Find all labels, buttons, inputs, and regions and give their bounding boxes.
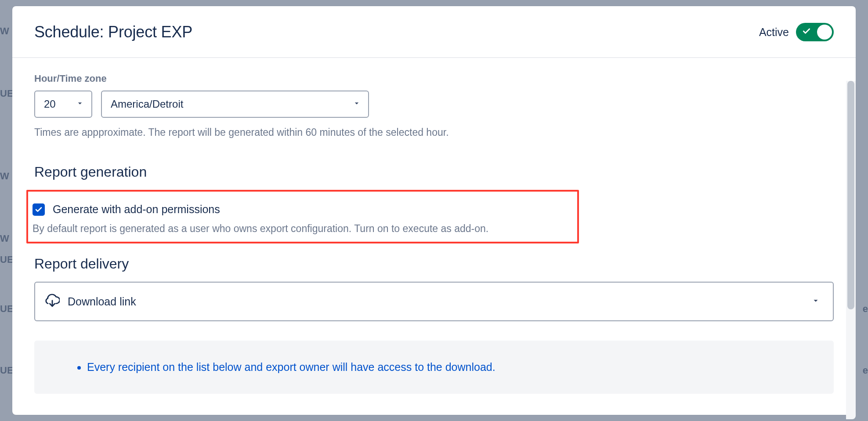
bg-fragment: W bbox=[0, 25, 9, 37]
bg-fragment: UE bbox=[0, 303, 14, 315]
timezone-helper: Times are appproximate. The report will … bbox=[34, 127, 834, 138]
report-generation-heading: Report generation bbox=[34, 164, 834, 180]
chevron-down-icon bbox=[811, 296, 821, 307]
active-toggle[interactable] bbox=[796, 23, 834, 41]
addon-permissions-helper: By default report is generated as a user… bbox=[33, 223, 573, 235]
chevron-down-icon bbox=[76, 99, 84, 109]
check-icon bbox=[35, 206, 43, 214]
bg-fragment: W bbox=[0, 171, 9, 182]
bg-fragment: e bbox=[863, 303, 868, 315]
hour-select[interactable]: 20 bbox=[34, 91, 92, 118]
report-delivery-heading: Report delivery bbox=[34, 256, 834, 272]
hour-value: 20 bbox=[44, 98, 56, 110]
bg-fragment: W bbox=[0, 233, 9, 244]
scrollbar[interactable] bbox=[846, 81, 856, 419]
addon-permissions-checkbox[interactable] bbox=[33, 203, 45, 216]
check-icon bbox=[802, 27, 811, 37]
timezone-value: America/Detroit bbox=[111, 98, 183, 110]
bg-fragment: e bbox=[863, 365, 868, 376]
hour-timezone-label: Hour/Time zone bbox=[34, 73, 834, 84]
schedule-dialog: Schedule: Project EXP Active Hour/Time z… bbox=[12, 6, 856, 415]
bg-fragment: UE bbox=[0, 254, 14, 265]
dialog-body: Hour/Time zone 20 America/Detroit Times … bbox=[12, 58, 856, 415]
active-toggle-group: Active bbox=[759, 23, 834, 41]
scrollbar-thumb[interactable] bbox=[847, 81, 854, 309]
delivery-method-select[interactable]: Download link bbox=[34, 282, 834, 321]
active-label: Active bbox=[759, 26, 789, 39]
delivery-info-panel: Every recipient on the list below and ex… bbox=[34, 341, 834, 394]
timezone-select[interactable]: America/Detroit bbox=[101, 91, 369, 118]
highlight-annotation: Generate with add-on permissions By defa… bbox=[26, 190, 579, 243]
dialog-title: Schedule: Project EXP bbox=[34, 23, 192, 41]
dialog-header: Schedule: Project EXP Active bbox=[12, 6, 856, 58]
chevron-down-icon bbox=[352, 99, 361, 109]
modal-backdrop: W UE W W UE UE UE e e Schedule: Project … bbox=[0, 0, 868, 421]
delivery-info-item: Every recipient on the list below and ex… bbox=[87, 361, 821, 374]
bg-fragment: UE bbox=[0, 88, 14, 99]
bg-fragment: UE bbox=[0, 365, 14, 376]
addon-permissions-label: Generate with add-on permissions bbox=[53, 203, 220, 216]
download-icon bbox=[45, 293, 60, 310]
toggle-knob bbox=[817, 25, 832, 40]
delivery-method-value: Download link bbox=[68, 295, 136, 308]
